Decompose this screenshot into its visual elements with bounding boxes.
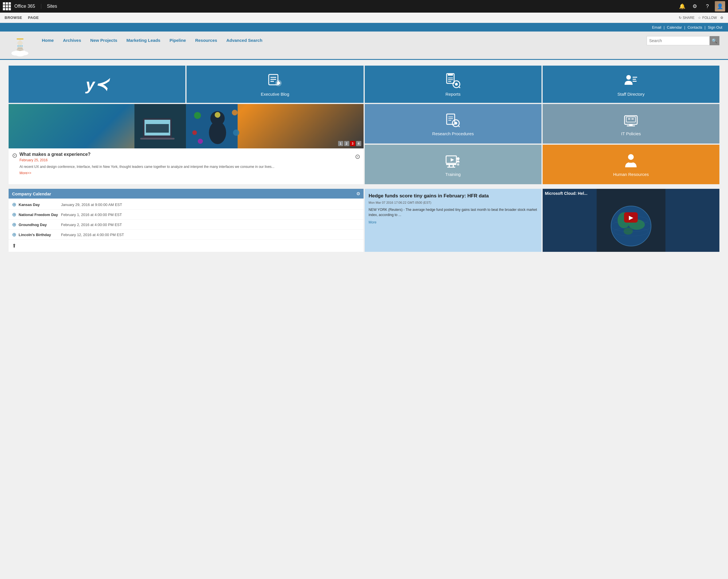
news-prev-icon[interactable]: ⊙ bbox=[12, 152, 17, 159]
tile-it-policies[interactable]: IT Policies bbox=[543, 104, 720, 143]
it-policies-icon bbox=[622, 112, 640, 129]
calendar-section: Company Calendar ⊙ ⊕ Kansas Day January … bbox=[8, 189, 364, 252]
svg-rect-5 bbox=[20, 45, 21, 47]
calendar-arrow-1[interactable]: ⊕ bbox=[12, 211, 16, 218]
svg-point-28 bbox=[626, 75, 631, 80]
follow-button[interactable]: ☆ FOLLOW bbox=[698, 16, 717, 20]
calendar-settings-icon[interactable]: ⊙ bbox=[357, 191, 360, 196]
nav-home[interactable]: Home bbox=[37, 36, 58, 45]
svg-rect-62 bbox=[446, 164, 457, 165]
staff-directory-label: Staff Directory bbox=[617, 92, 645, 97]
tile-human-resources[interactable]: Human Resources bbox=[543, 145, 720, 184]
reports-icon bbox=[444, 72, 462, 89]
video-section[interactable]: Microsoft Cloud: Hel... bbox=[543, 189, 720, 252]
upload-icon[interactable]: ⬆ bbox=[12, 243, 16, 249]
news-feed-meta: Mon Mar 07 2016 17:06:22 GMT-0500 (EST) bbox=[369, 201, 538, 204]
nav-new-projects[interactable]: New Projects bbox=[86, 36, 122, 45]
reports-label: Reports bbox=[445, 92, 461, 97]
nav-pipeline[interactable]: Pipeline bbox=[165, 36, 191, 45]
browse-button[interactable]: BROWSE bbox=[5, 16, 22, 20]
calendar-link[interactable]: Calendar bbox=[667, 25, 682, 29]
svg-rect-37 bbox=[146, 124, 169, 133]
tile-news: 1 2 3 4 ⊙ What makes a great experience?… bbox=[8, 104, 364, 184]
site-logo[interactable] bbox=[8, 36, 31, 59]
svg-rect-47 bbox=[447, 114, 455, 124]
share-button[interactable]: ↻ SHARE bbox=[679, 16, 695, 20]
nav-resources[interactable]: Resources bbox=[190, 36, 222, 45]
calendar-arrow-0[interactable]: ⊕ bbox=[12, 202, 16, 208]
signout-link[interactable]: Sign Out bbox=[708, 25, 722, 29]
svg-point-75 bbox=[623, 228, 632, 235]
news-feed-section[interactable]: Hedge funds score tiny gains in February… bbox=[365, 189, 542, 252]
nav-archives[interactable]: Archives bbox=[58, 36, 86, 45]
svg-rect-4 bbox=[22, 45, 23, 47]
tile-staff-directory[interactable]: Staff Directory bbox=[543, 65, 720, 103]
calendar-event-date-0: January 29, 2016 at 9:00:00 AM EST bbox=[61, 203, 360, 207]
news-image-placeholder bbox=[8, 104, 364, 149]
news-dot-2[interactable]: 2 bbox=[344, 141, 349, 146]
news-date: February 25, 2016 bbox=[20, 158, 275, 162]
settings-button[interactable]: ⚙ bbox=[690, 1, 700, 11]
calendar-event-date-1: February 1, 2016 at 4:00:00 PM EST bbox=[61, 213, 360, 217]
nav-marketing-leads[interactable]: Marketing Leads bbox=[122, 36, 165, 45]
svg-point-52 bbox=[454, 122, 457, 125]
svg-point-67 bbox=[457, 163, 459, 165]
email-link[interactable]: Email bbox=[652, 25, 661, 29]
waffle-icon[interactable] bbox=[3, 2, 11, 10]
svg-rect-6 bbox=[18, 48, 23, 49]
search-input[interactable] bbox=[647, 36, 710, 45]
nav-advanced-search[interactable]: Advanced Search bbox=[222, 36, 267, 45]
svg-rect-69 bbox=[629, 161, 632, 163]
news-dot-1[interactable]: 1 bbox=[338, 141, 343, 146]
tile-research-procedures[interactable]: Research Procedures bbox=[365, 104, 542, 143]
video-thumbnail[interactable]: Microsoft Cloud: Hel... bbox=[543, 189, 720, 252]
video-play-button[interactable]: ▶ bbox=[624, 212, 638, 222]
links-bar: Email | Calendar | Contacts | Sign Out bbox=[0, 23, 728, 31]
news-dot-3[interactable]: 3 bbox=[350, 141, 355, 146]
news-text-area: ⊙ What makes a great experience? Februar… bbox=[8, 149, 364, 184]
calendar-item-3: ⊕ Lincoln's Birthday February 12, 2016 a… bbox=[8, 230, 364, 240]
tile-training[interactable]: Training bbox=[365, 145, 542, 184]
site-header: Home Archives New Projects Marketing Lea… bbox=[0, 31, 728, 60]
star-icon: ☆ bbox=[698, 16, 701, 20]
svg-point-45 bbox=[198, 139, 203, 144]
svg-rect-3 bbox=[18, 45, 19, 47]
news-next-icon[interactable]: ⊙ bbox=[355, 153, 360, 160]
svg-point-66 bbox=[457, 157, 460, 160]
svg-rect-65 bbox=[447, 167, 455, 167]
avatar[interactable]: 👤 bbox=[715, 1, 725, 11]
human-resources-label: Human Resources bbox=[613, 172, 649, 177]
training-label: Training bbox=[445, 172, 461, 177]
tile-reports[interactable]: Reports bbox=[365, 65, 542, 103]
news-more-link[interactable]: More>> bbox=[20, 171, 31, 175]
tile-executive-blog[interactable]: Executive Blog bbox=[186, 65, 363, 103]
search-button[interactable]: 🔍 bbox=[710, 36, 720, 45]
top-bar-icons: 🔔 ⚙ ? 👤 bbox=[677, 1, 725, 11]
calendar-arrow-2[interactable]: ⊕ bbox=[12, 221, 16, 228]
news-dot-4[interactable]: 4 bbox=[356, 141, 361, 146]
svg-rect-59 bbox=[627, 126, 635, 126]
page-button[interactable]: PAGE bbox=[28, 16, 39, 20]
tiles-section: y≺ Executive Blog bbox=[8, 65, 720, 184]
office365-title[interactable]: Office 365 bbox=[14, 4, 41, 9]
svg-point-44 bbox=[233, 130, 239, 136]
calendar-title: Company Calendar bbox=[12, 191, 51, 196]
svg-rect-64 bbox=[453, 165, 454, 167]
logo-area bbox=[8, 36, 31, 59]
calendar-event-name-2: Groundhog Day bbox=[19, 222, 59, 227]
calendar-event-name-0: Kansas Day bbox=[19, 203, 59, 207]
contacts-link[interactable]: Contacts bbox=[687, 25, 702, 29]
news-feed-more-link[interactable]: More bbox=[369, 220, 376, 224]
research-procedures-icon bbox=[444, 112, 462, 129]
tile-yammer[interactable]: y≺ bbox=[8, 65, 185, 103]
svg-rect-57 bbox=[631, 118, 634, 120]
settings-small-button[interactable]: ⚙ bbox=[720, 16, 723, 20]
svg-rect-30 bbox=[632, 79, 636, 80]
help-button[interactable]: ? bbox=[702, 1, 712, 11]
svg-line-27 bbox=[459, 86, 460, 88]
svg-rect-63 bbox=[449, 165, 450, 167]
calendar-arrow-3[interactable]: ⊕ bbox=[12, 232, 16, 238]
notifications-button[interactable]: 🔔 bbox=[677, 1, 687, 11]
svg-rect-0 bbox=[17, 38, 24, 40]
news-image-area[interactable]: 1 2 3 4 bbox=[8, 104, 364, 149]
